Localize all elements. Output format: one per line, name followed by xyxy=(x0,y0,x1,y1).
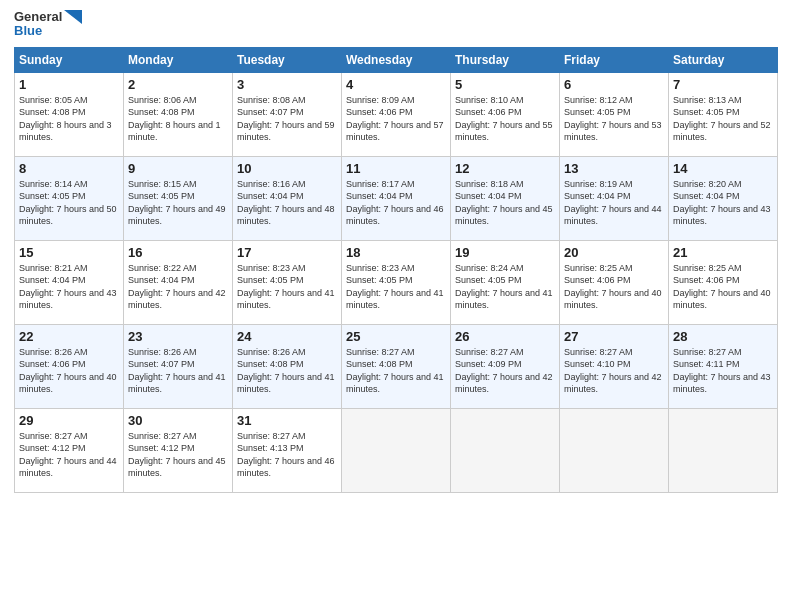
calendar-page: General Blue SundayMondayTuesdayWednesda… xyxy=(0,0,792,501)
day-number: 15 xyxy=(19,245,119,260)
calendar-cell: 2Sunrise: 8:06 AMSunset: 4:08 PMDaylight… xyxy=(124,72,233,156)
day-number: 17 xyxy=(237,245,337,260)
day-info: Sunrise: 8:27 AMSunset: 4:10 PMDaylight:… xyxy=(564,346,664,396)
logo-container: General Blue xyxy=(14,10,82,39)
day-info: Sunrise: 8:09 AMSunset: 4:06 PMDaylight:… xyxy=(346,94,446,144)
day-info: Sunrise: 8:16 AMSunset: 4:04 PMDaylight:… xyxy=(237,178,337,228)
week-row-1: 1Sunrise: 8:05 AMSunset: 4:08 PMDaylight… xyxy=(15,72,778,156)
day-info: Sunrise: 8:27 AMSunset: 4:08 PMDaylight:… xyxy=(346,346,446,396)
day-number: 2 xyxy=(128,77,228,92)
day-info: Sunrise: 8:15 AMSunset: 4:05 PMDaylight:… xyxy=(128,178,228,228)
day-number: 18 xyxy=(346,245,446,260)
calendar-cell: 24Sunrise: 8:26 AMSunset: 4:08 PMDayligh… xyxy=(233,324,342,408)
day-number: 3 xyxy=(237,77,337,92)
calendar-cell: 10Sunrise: 8:16 AMSunset: 4:04 PMDayligh… xyxy=(233,156,342,240)
day-number: 31 xyxy=(237,413,337,428)
day-number: 23 xyxy=(128,329,228,344)
day-number: 16 xyxy=(128,245,228,260)
calendar-cell: 9Sunrise: 8:15 AMSunset: 4:05 PMDaylight… xyxy=(124,156,233,240)
day-info: Sunrise: 8:25 AMSunset: 4:06 PMDaylight:… xyxy=(564,262,664,312)
day-info: Sunrise: 8:27 AMSunset: 4:09 PMDaylight:… xyxy=(455,346,555,396)
logo: General Blue xyxy=(14,10,82,39)
calendar-cell: 11Sunrise: 8:17 AMSunset: 4:04 PMDayligh… xyxy=(342,156,451,240)
calendar-cell: 14Sunrise: 8:20 AMSunset: 4:04 PMDayligh… xyxy=(669,156,778,240)
day-number: 12 xyxy=(455,161,555,176)
day-number: 26 xyxy=(455,329,555,344)
logo-blue: Blue xyxy=(14,24,82,38)
calendar-cell xyxy=(560,408,669,492)
day-number: 5 xyxy=(455,77,555,92)
calendar-cell: 6Sunrise: 8:12 AMSunset: 4:05 PMDaylight… xyxy=(560,72,669,156)
day-info: Sunrise: 8:12 AMSunset: 4:05 PMDaylight:… xyxy=(564,94,664,144)
day-number: 29 xyxy=(19,413,119,428)
day-info: Sunrise: 8:26 AMSunset: 4:07 PMDaylight:… xyxy=(128,346,228,396)
calendar-cell: 4Sunrise: 8:09 AMSunset: 4:06 PMDaylight… xyxy=(342,72,451,156)
calendar-cell: 26Sunrise: 8:27 AMSunset: 4:09 PMDayligh… xyxy=(451,324,560,408)
logo-arrow-icon xyxy=(64,10,82,24)
week-row-5: 29Sunrise: 8:27 AMSunset: 4:12 PMDayligh… xyxy=(15,408,778,492)
day-info: Sunrise: 8:23 AMSunset: 4:05 PMDaylight:… xyxy=(346,262,446,312)
day-info: Sunrise: 8:22 AMSunset: 4:04 PMDaylight:… xyxy=(128,262,228,312)
day-info: Sunrise: 8:17 AMSunset: 4:04 PMDaylight:… xyxy=(346,178,446,228)
logo-general: General xyxy=(14,10,62,24)
col-header-saturday: Saturday xyxy=(669,47,778,72)
calendar-cell: 21Sunrise: 8:25 AMSunset: 4:06 PMDayligh… xyxy=(669,240,778,324)
day-number: 25 xyxy=(346,329,446,344)
day-info: Sunrise: 8:13 AMSunset: 4:05 PMDaylight:… xyxy=(673,94,773,144)
calendar-cell: 18Sunrise: 8:23 AMSunset: 4:05 PMDayligh… xyxy=(342,240,451,324)
day-info: Sunrise: 8:25 AMSunset: 4:06 PMDaylight:… xyxy=(673,262,773,312)
day-info: Sunrise: 8:27 AMSunset: 4:12 PMDaylight:… xyxy=(19,430,119,480)
calendar-cell: 20Sunrise: 8:25 AMSunset: 4:06 PMDayligh… xyxy=(560,240,669,324)
calendar-cell: 23Sunrise: 8:26 AMSunset: 4:07 PMDayligh… xyxy=(124,324,233,408)
calendar-cell: 1Sunrise: 8:05 AMSunset: 4:08 PMDaylight… xyxy=(15,72,124,156)
day-info: Sunrise: 8:10 AMSunset: 4:06 PMDaylight:… xyxy=(455,94,555,144)
calendar-cell: 22Sunrise: 8:26 AMSunset: 4:06 PMDayligh… xyxy=(15,324,124,408)
calendar-cell: 25Sunrise: 8:27 AMSunset: 4:08 PMDayligh… xyxy=(342,324,451,408)
calendar-cell: 7Sunrise: 8:13 AMSunset: 4:05 PMDaylight… xyxy=(669,72,778,156)
day-info: Sunrise: 8:18 AMSunset: 4:04 PMDaylight:… xyxy=(455,178,555,228)
day-info: Sunrise: 8:26 AMSunset: 4:08 PMDaylight:… xyxy=(237,346,337,396)
day-number: 6 xyxy=(564,77,664,92)
day-number: 14 xyxy=(673,161,773,176)
calendar-cell xyxy=(669,408,778,492)
col-header-monday: Monday xyxy=(124,47,233,72)
day-number: 7 xyxy=(673,77,773,92)
day-info: Sunrise: 8:05 AMSunset: 4:08 PMDaylight:… xyxy=(19,94,119,144)
calendar-header-row: SundayMondayTuesdayWednesdayThursdayFrid… xyxy=(15,47,778,72)
day-number: 19 xyxy=(455,245,555,260)
day-info: Sunrise: 8:06 AMSunset: 4:08 PMDaylight:… xyxy=(128,94,228,144)
day-info: Sunrise: 8:19 AMSunset: 4:04 PMDaylight:… xyxy=(564,178,664,228)
day-number: 13 xyxy=(564,161,664,176)
day-info: Sunrise: 8:27 AMSunset: 4:11 PMDaylight:… xyxy=(673,346,773,396)
day-number: 30 xyxy=(128,413,228,428)
calendar-cell: 28Sunrise: 8:27 AMSunset: 4:11 PMDayligh… xyxy=(669,324,778,408)
day-info: Sunrise: 8:26 AMSunset: 4:06 PMDaylight:… xyxy=(19,346,119,396)
day-number: 21 xyxy=(673,245,773,260)
day-info: Sunrise: 8:14 AMSunset: 4:05 PMDaylight:… xyxy=(19,178,119,228)
calendar-cell: 30Sunrise: 8:27 AMSunset: 4:12 PMDayligh… xyxy=(124,408,233,492)
col-header-sunday: Sunday xyxy=(15,47,124,72)
calendar-cell: 17Sunrise: 8:23 AMSunset: 4:05 PMDayligh… xyxy=(233,240,342,324)
calendar-cell: 5Sunrise: 8:10 AMSunset: 4:06 PMDaylight… xyxy=(451,72,560,156)
day-number: 1 xyxy=(19,77,119,92)
week-row-4: 22Sunrise: 8:26 AMSunset: 4:06 PMDayligh… xyxy=(15,324,778,408)
calendar-cell: 29Sunrise: 8:27 AMSunset: 4:12 PMDayligh… xyxy=(15,408,124,492)
calendar-table: SundayMondayTuesdayWednesdayThursdayFrid… xyxy=(14,47,778,493)
day-number: 27 xyxy=(564,329,664,344)
calendar-cell xyxy=(451,408,560,492)
day-number: 11 xyxy=(346,161,446,176)
week-row-3: 15Sunrise: 8:21 AMSunset: 4:04 PMDayligh… xyxy=(15,240,778,324)
col-header-friday: Friday xyxy=(560,47,669,72)
day-number: 28 xyxy=(673,329,773,344)
col-header-thursday: Thursday xyxy=(451,47,560,72)
svg-marker-0 xyxy=(64,10,82,24)
day-number: 8 xyxy=(19,161,119,176)
calendar-cell xyxy=(342,408,451,492)
day-number: 24 xyxy=(237,329,337,344)
day-info: Sunrise: 8:27 AMSunset: 4:12 PMDaylight:… xyxy=(128,430,228,480)
day-info: Sunrise: 8:27 AMSunset: 4:13 PMDaylight:… xyxy=(237,430,337,480)
week-row-2: 8Sunrise: 8:14 AMSunset: 4:05 PMDaylight… xyxy=(15,156,778,240)
col-header-wednesday: Wednesday xyxy=(342,47,451,72)
day-info: Sunrise: 8:23 AMSunset: 4:05 PMDaylight:… xyxy=(237,262,337,312)
day-number: 9 xyxy=(128,161,228,176)
